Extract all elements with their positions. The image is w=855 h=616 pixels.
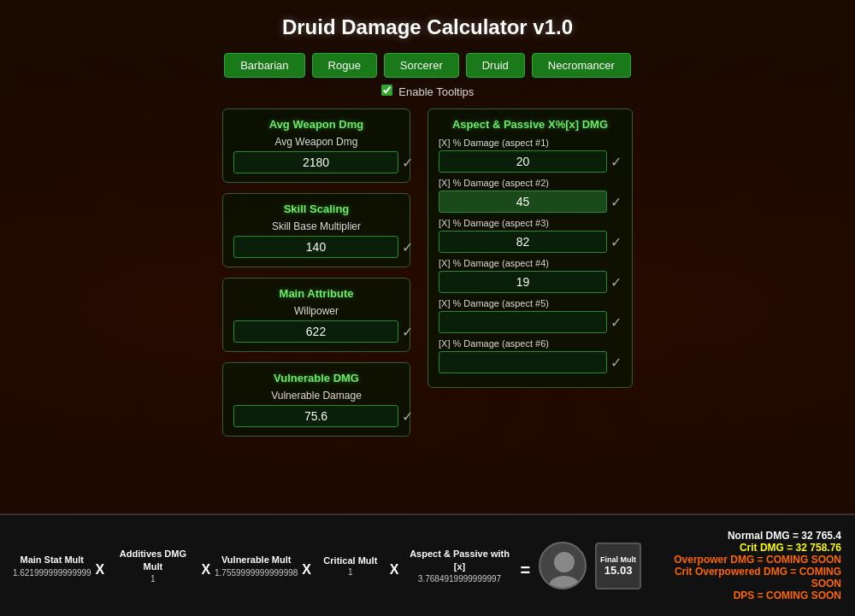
vulnerable-mult-label: Vulnerable Mult bbox=[221, 554, 292, 566]
critical-mult-label: Critical Mult bbox=[323, 555, 377, 566]
aspect-label-4: [X] % Damage (aspect #4) bbox=[439, 258, 622, 268]
aspect-check-icon-5[interactable]: ✓ bbox=[610, 314, 622, 331]
tab-necromancer[interactable]: Necromancer bbox=[532, 53, 631, 78]
bottom-bar: Main Stat Mult 1.621999999999999 X Addit… bbox=[0, 513, 855, 616]
formula-equals: = bbox=[521, 552, 531, 580]
aspect-item-6: [X] % Damage (aspect #6) ✓ bbox=[439, 338, 622, 373]
vulnerable-dmg-input[interactable] bbox=[233, 405, 398, 427]
main-attribute-input[interactable] bbox=[233, 320, 398, 343]
avg-weapon-label: Avg Weapon Dmg bbox=[233, 136, 399, 148]
formula-additives: Additives DMG Mult 1 bbox=[109, 548, 196, 584]
aspects-panel: Aspect & Passive X%[x] DMG [X] % Damage … bbox=[428, 109, 633, 388]
app-title: Druid Damage Calculator v1.0 bbox=[0, 15, 855, 39]
aspect-item-1: [X] % Damage (aspect #1) ✓ bbox=[439, 138, 622, 173]
aspect-check-icon-1[interactable]: ✓ bbox=[610, 154, 622, 170]
aspect-check-icon-2[interactable]: ✓ bbox=[610, 194, 622, 210]
critical-mult-value: 1 bbox=[348, 567, 353, 577]
avg-weapon-check-icon[interactable]: ✓ bbox=[402, 155, 413, 171]
formula-x3: X bbox=[302, 554, 311, 578]
aspect-input-1[interactable] bbox=[439, 150, 607, 173]
aspect-input-4[interactable] bbox=[439, 271, 607, 293]
panels-area: Avg Weapon Dmg Avg Weapon Dmg ✓ Skill Sc… bbox=[0, 109, 855, 437]
aspect-item-3: [X] % Damage (aspect #3) ✓ bbox=[439, 218, 622, 253]
overpower-result: Overpower DMG = COMING SOON bbox=[646, 554, 841, 566]
tab-rogue[interactable]: Rogue bbox=[312, 53, 377, 78]
aspect-input-3[interactable] bbox=[439, 231, 607, 253]
aspect-label-5: [X] % Damage (aspect #5) bbox=[439, 298, 622, 308]
header: Druid Damage Calculator v1.0 bbox=[0, 0, 855, 46]
avatar bbox=[539, 542, 587, 590]
tab-barbarian[interactable]: Barbarian bbox=[224, 53, 304, 78]
vulnerable-dmg-label: Vulnerable Damage bbox=[233, 390, 399, 402]
main-attribute-title: Main Attribute bbox=[233, 287, 399, 300]
aspect-check-icon-6[interactable]: ✓ bbox=[610, 355, 622, 371]
formula-x4: X bbox=[390, 554, 399, 578]
final-mult-box: Final Mult 15.03 bbox=[595, 543, 641, 590]
tab-druid[interactable]: Druid bbox=[466, 53, 525, 78]
aspect-input-2[interactable] bbox=[439, 191, 607, 213]
crit-overpower-result: Crit Overpowered DMG = COMING SOON bbox=[646, 566, 841, 590]
right-column: Aspect & Passive X%[x] DMG [X] % Damage … bbox=[428, 109, 633, 437]
final-mult-label: Final Mult bbox=[600, 555, 636, 564]
main-attribute-label: Willpower bbox=[233, 305, 399, 317]
svg-point-1 bbox=[549, 576, 580, 590]
aspect-input-5[interactable] bbox=[439, 311, 607, 333]
aspect-check-icon-4[interactable]: ✓ bbox=[610, 274, 622, 290]
aspects-title: Aspect & Passive X%[x] DMG bbox=[439, 118, 622, 131]
left-column: Avg Weapon Dmg Avg Weapon Dmg ✓ Skill Sc… bbox=[222, 109, 410, 437]
aspect-label-1: [X] % Damage (aspect #1) bbox=[439, 138, 622, 148]
skill-scaling-title: Skill Scaling bbox=[233, 202, 399, 215]
tab-sorcerer[interactable]: Sorcerer bbox=[384, 53, 459, 78]
additives-value: 1 bbox=[150, 574, 156, 584]
vulnerable-dmg-title: Vulnerable DMG bbox=[233, 372, 399, 384]
aspect-label-6: [X] % Damage (aspect #6) bbox=[439, 338, 622, 349]
additives-label: Additives DMG Mult bbox=[109, 548, 196, 572]
normal-dmg-result: Normal DMG = 32 765.4 bbox=[646, 530, 841, 542]
main-stat-value: 1.621999999999999 bbox=[13, 568, 91, 578]
avg-weapon-panel: Avg Weapon Dmg Avg Weapon Dmg ✓ bbox=[222, 109, 410, 183]
aspect-label-3: [X] % Damage (aspect #3) bbox=[439, 218, 622, 228]
formula-x2: X bbox=[202, 554, 211, 578]
main-attribute-panel: Main Attribute Willpower ✓ bbox=[222, 278, 410, 352]
avg-weapon-title: Avg Weapon Dmg bbox=[233, 118, 399, 131]
tooltips-label: Enable Tooltips bbox=[398, 85, 474, 98]
main-stat-label: Main Stat Mult bbox=[20, 554, 84, 566]
aspect-input-6[interactable] bbox=[439, 351, 607, 373]
vulnerable-mult-value: 1.7559999999999998 bbox=[215, 568, 298, 578]
vulnerable-dmg-check-icon[interactable]: ✓ bbox=[402, 408, 413, 425]
formula-vulnerable: Vulnerable Mult 1.7559999999999998 bbox=[215, 554, 297, 577]
aspect-item-2: [X] % Damage (aspect #2) ✓ bbox=[439, 178, 622, 213]
aspect-item-5: [X] % Damage (aspect #5) ✓ bbox=[439, 298, 622, 333]
final-mult-value: 15.03 bbox=[604, 564, 633, 577]
dps-result: DPS = COMING SOON bbox=[646, 590, 841, 601]
crit-dmg-result: Crit DMG = 32 758.76 bbox=[646, 542, 841, 554]
class-tabs: Barbarian Rogue Sorcerer Druid Necromanc… bbox=[0, 53, 855, 78]
skill-scaling-input[interactable] bbox=[233, 236, 398, 258]
aspect-check-icon-3[interactable]: ✓ bbox=[610, 234, 622, 250]
skill-scaling-label: Skill Base Multiplier bbox=[233, 220, 399, 232]
aspect-item-4: [X] % Damage (aspect #4) ✓ bbox=[439, 258, 622, 293]
formula-main-stat: Main Stat Mult 1.621999999999999 bbox=[14, 554, 91, 577]
skill-scaling-check-icon[interactable]: ✓ bbox=[402, 239, 413, 255]
formula-x1: X bbox=[96, 554, 105, 578]
tooltips-checkbox[interactable] bbox=[381, 85, 392, 96]
formula-aspect-passive: Aspect & Passive with [x] 3.768491999999… bbox=[404, 548, 516, 584]
main-attribute-check-icon[interactable]: ✓ bbox=[402, 324, 413, 340]
svg-point-0 bbox=[554, 552, 575, 572]
formula-critical: Critical Mult 1 bbox=[316, 555, 385, 577]
aspect-passive-value: 3.7684919999999997 bbox=[418, 574, 501, 584]
tooltips-row: Enable Tooltips bbox=[0, 85, 855, 98]
vulnerable-dmg-panel: Vulnerable DMG Vulnerable Damage ✓ bbox=[222, 362, 410, 437]
aspect-label-2: [X] % Damage (aspect #2) bbox=[439, 178, 622, 188]
skill-scaling-panel: Skill Scaling Skill Base Multiplier ✓ bbox=[222, 193, 410, 267]
results-box: Normal DMG = 32 765.4 Crit DMG = 32 758.… bbox=[646, 530, 841, 601]
aspect-passive-label: Aspect & Passive with [x] bbox=[404, 548, 516, 572]
avg-weapon-input[interactable] bbox=[233, 151, 398, 173]
